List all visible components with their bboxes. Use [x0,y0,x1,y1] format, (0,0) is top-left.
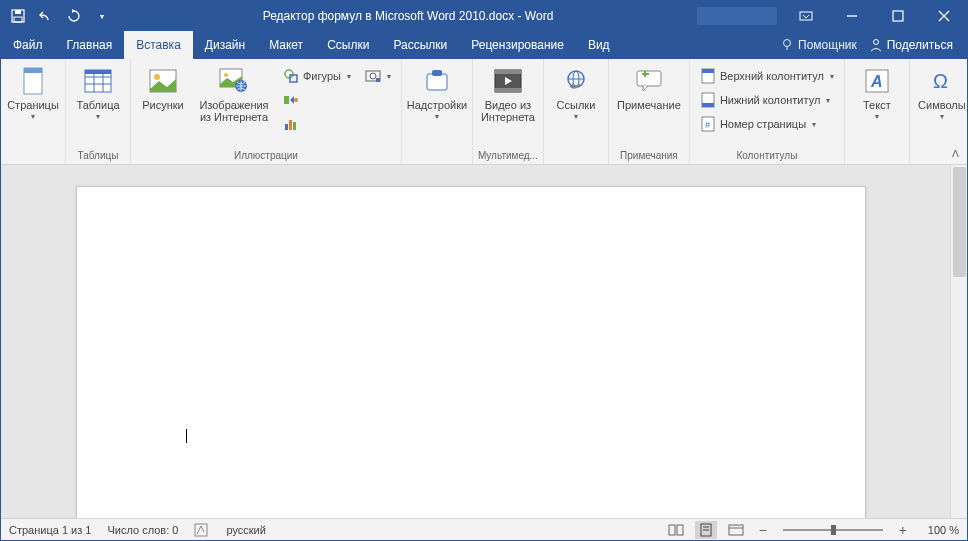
svg-rect-46 [702,69,714,73]
ribbon-tabs: Файл Главная Вставка Дизайн Макет Ссылки… [1,31,967,59]
group-pages: Страницы ▾ [1,59,66,164]
language-indicator[interactable]: русский [226,524,265,536]
svg-point-27 [294,98,298,102]
links-button[interactable]: Ссылки ▾ [548,63,604,123]
chevron-down-icon: ▾ [812,120,816,129]
svg-rect-48 [702,103,714,107]
tab-design[interactable]: Дизайн [193,31,257,59]
print-layout-icon[interactable] [695,521,717,539]
chart-button[interactable] [279,113,355,135]
tab-references[interactable]: Ссылки [315,31,381,59]
vertical-scrollbar[interactable] [950,165,967,518]
svg-point-22 [224,73,228,77]
text-label: Текст [863,99,891,111]
zoom-slider-thumb[interactable] [831,525,836,535]
table-label: Таблица [76,99,119,111]
chevron-down-icon: ▾ [830,72,834,81]
tab-mailings[interactable]: Рассылки [381,31,459,59]
svg-rect-18 [85,70,111,74]
shapes-button[interactable]: Фигуры ▾ [279,65,355,87]
page-indicator[interactable]: Страница 1 из 1 [9,524,91,536]
tab-file[interactable]: Файл [1,31,55,59]
web-layout-icon[interactable] [725,521,747,539]
window-title: Редактор формул в Microsoft Word 2010.do… [119,9,697,23]
page-icon [17,65,49,97]
group-text: A Текст ▾ [845,59,910,164]
svg-text:Ω: Ω [933,70,948,92]
footer-button[interactable]: Нижний колонтитул ▾ [696,89,838,111]
header-button[interactable]: Верхний колонтитул ▾ [696,65,838,87]
tab-home[interactable]: Главная [55,31,125,59]
document-area[interactable] [1,165,967,518]
read-mode-icon[interactable] [665,521,687,539]
share-button[interactable]: Поделиться [869,38,953,52]
pages-button[interactable]: Страницы ▾ [5,63,61,123]
zoom-in-button[interactable]: + [895,522,911,538]
page-number-button[interactable]: # Номер страницы ▾ [696,113,838,135]
quick-access-toolbar: ▾ [1,7,119,25]
collapse-ribbon-icon[interactable]: ᐱ [948,146,963,161]
chevron-down-icon: ▾ [347,72,351,81]
scrollbar-thumb[interactable] [953,167,966,277]
word-count[interactable]: Число слов: 0 [107,524,178,536]
screenshot-button[interactable]: ▾ [361,65,395,87]
addins-label: Надстройки [407,99,467,111]
smartart-button[interactable] [279,89,355,111]
chevron-down-icon: ▾ [387,72,391,81]
group-tables: Таблица ▾ Таблицы [66,59,131,164]
page-number-icon: # [700,116,716,132]
symbol-icon: Ω [926,65,958,97]
chevron-down-icon: ▾ [875,112,879,121]
comment-button[interactable]: Примечание [613,63,685,113]
symbols-button[interactable]: Ω Символы ▾ [914,63,968,123]
zoom-out-button[interactable]: − [755,522,771,538]
svg-rect-37 [495,70,521,74]
spellcheck-icon[interactable] [194,523,210,537]
svg-rect-30 [293,122,296,130]
group-comments-label: Примечания [620,148,678,164]
share-label: Поделиться [887,38,953,52]
tab-view[interactable]: Вид [576,31,622,59]
online-video-button[interactable]: Видео изИнтернета [477,63,539,125]
smartart-icon [283,92,299,108]
zoom-level[interactable]: 100 % [919,524,959,536]
document-page[interactable] [76,186,866,518]
table-icon [82,65,114,97]
svg-text:A: A [870,73,883,90]
redo-icon[interactable] [65,7,83,25]
minimize-icon[interactable] [829,1,875,31]
addins-button[interactable]: Надстройки ▾ [406,63,468,123]
qat-customize-icon[interactable]: ▾ [93,7,111,25]
close-icon[interactable] [921,1,967,31]
svg-rect-5 [893,11,903,21]
save-icon[interactable] [9,7,27,25]
tell-me-search[interactable]: Помощник [780,38,857,52]
group-links: Ссылки ▾ [544,59,609,164]
text-button[interactable]: A Текст ▾ [849,63,905,123]
shapes-icon [283,68,299,84]
video-label-1: Видео из [485,99,531,111]
chevron-down-icon: ▾ [31,112,35,121]
online-pictures-button[interactable]: Изображенияиз Интернета [193,63,275,125]
undo-icon[interactable] [37,7,55,25]
svg-rect-12 [24,68,42,73]
chevron-down-icon: ▾ [435,112,439,121]
svg-rect-56 [677,525,683,535]
account-placeholder [697,7,777,25]
svg-rect-33 [376,78,380,82]
tab-layout[interactable]: Макет [257,31,315,59]
pictures-button[interactable]: Рисунки [135,63,191,113]
table-button[interactable]: Таблица ▾ [70,63,126,123]
zoom-slider[interactable] [783,529,883,531]
maximize-icon[interactable] [875,1,921,31]
pages-label: Страницы [7,99,59,111]
tab-review[interactable]: Рецензирование [459,31,576,59]
ribbon-options-icon[interactable] [783,1,829,31]
svg-rect-1 [15,10,21,14]
footer-label: Нижний колонтитул [720,94,820,106]
header-label: Верхний колонтитул [720,70,824,82]
svg-rect-38 [495,88,521,92]
tab-insert[interactable]: Вставка [124,31,193,59]
group-comments: Примечание Примечания [609,59,690,164]
group-media: Видео изИнтернета Мультимед... [473,59,544,164]
